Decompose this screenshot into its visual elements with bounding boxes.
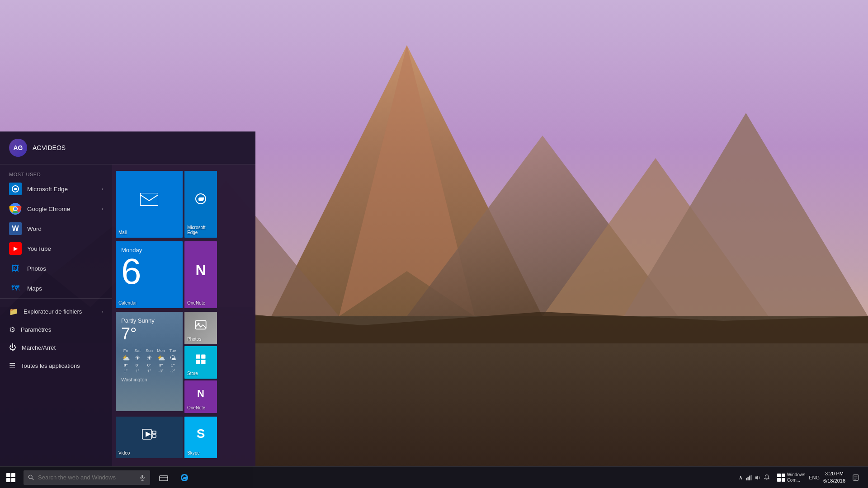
mail-tile[interactable]: Mail [116,171,183,238]
svg-rect-38 [853,474,859,480]
forecast-fri-day: Fri [123,348,128,353]
sidebar-item-youtube[interactable]: ▶ YouTube [0,239,112,258]
forecast-fri-low: 1° [124,369,128,373]
forecast-sat: Sat ☀ 8° 1° [133,348,142,373]
taskbar-edge[interactable] [175,468,194,488]
power-icon: ⏻ [9,343,16,352]
forecast-sun-day: Sun [146,348,153,353]
skype-tile[interactable]: S Skype [184,417,217,458]
forecast-sun: Sun ☀ 8° 1° [145,348,154,373]
weather-tile[interactable]: Partly Sunny 7° Fri ⛅ 8° 1° Sa [116,312,183,411]
svg-rect-16 [140,193,158,206]
language-indicator[interactable]: ENG [809,475,820,480]
mail-tile-label: Mail [118,230,127,235]
notify-area: ∧ [735,474,774,481]
start-button[interactable] [0,467,22,488]
action-center-button[interactable] [849,468,863,488]
photos-icon: 🖼 [9,262,22,275]
forecast-mon-day: Mon [157,348,165,353]
svg-rect-36 [750,474,752,480]
maps-icon: 🗺 [9,282,22,295]
video-tile-label: Video [118,450,130,455]
svg-line-28 [32,478,33,480]
forecast-sun-low: 1° [147,369,151,373]
windows-sub-label: Com... [787,478,806,483]
settings-label: Paramètres [21,326,51,333]
tiles-panel: Mail Microsoft Edge [112,164,255,466]
svg-rect-25 [152,431,156,434]
edge-icon [9,183,22,195]
forecast-tue-low: -2° [170,369,175,373]
sidebar-item-microsoft-edge[interactable]: Microsoft Edge › [0,179,112,199]
svg-rect-26 [152,435,156,437]
microphone-icon[interactable] [139,474,146,481]
user-name: AGVIDEOS [33,144,66,151]
chrome-arrow: › [102,206,103,211]
file-explorer-icon: 📁 [9,307,18,316]
onenote-top-tile[interactable]: N OneNote [184,241,217,308]
store-tile[interactable]: Store [184,346,217,379]
speaker-icon [755,474,761,481]
photos-tile[interactable]: Photos [184,312,217,344]
weather-temp: 7° [121,325,137,343]
windows-label: Windows [787,472,806,478]
taskbar-file-explorer[interactable] [154,468,174,488]
edge-arrow: › [102,187,103,192]
svg-rect-32 [160,476,168,481]
sidebar-item-google-chrome[interactable]: Google Chrome › [0,199,112,219]
forecast-mon-icon: ⛅ [157,354,165,361]
svg-rect-35 [749,475,750,480]
sidebar-item-maps[interactable]: 🗺 Maps [0,278,112,298]
action-center-icon [853,474,859,481]
sidebar-item-word[interactable]: W Word [0,219,112,239]
onenote-bottom-tile[interactable]: N OneNote [184,380,217,413]
most-used-label: Most Used [0,168,112,179]
forecast-fri: Fri ⛅ 8° 1° [121,348,130,373]
file-explorer-arrow: › [102,309,103,314]
forecast-mon: Mon ⛅ 3° -3° [156,348,165,373]
system-clock[interactable]: 3:20 PM 6/18/2016 [823,470,845,484]
word-label: Word [27,225,42,232]
settings-icon: ⚙ [9,325,15,334]
forecast-tue: Tue 🌤 1° -2° [168,348,177,373]
calendar-tile[interactable]: Monday 6 Calendar [116,241,183,308]
forecast-tue-icon: 🌤 [170,354,176,361]
all-apps-item[interactable]: ☰ Toutes les applications [0,357,112,375]
svg-marker-37 [755,475,758,480]
forecast-sat-day: Sat [134,348,141,353]
forecast-sat-low: 1° [136,369,140,373]
forecast-sat-icon: ☀ [135,354,141,361]
windows-corner-icon [777,474,785,482]
weather-condition: Partly Sunny [121,317,155,324]
edge-label: Microsoft Edge [27,186,68,192]
windows-corner-logo: Windows Com... [777,472,806,483]
youtube-label: YouTube [27,245,51,252]
settings-item[interactable]: ⚙ Paramètres [0,320,112,338]
svg-rect-33 [746,478,747,480]
forecast-sun-icon: ☀ [146,354,152,361]
maps-label: Maps [27,285,42,292]
search-input[interactable] [38,474,128,481]
calendar-tile-label: Calendar [118,300,137,305]
start-menu: AG AGVIDEOS Most Used Microsoft Edge [0,131,255,466]
edge-tile[interactable]: Microsoft Edge [184,171,217,238]
forecast-mon-low: -3° [158,369,164,373]
svg-rect-19 [196,355,200,359]
svg-rect-21 [196,360,200,364]
system-tray: ∧ [735,468,868,488]
clock-date: 6/18/2016 [823,478,845,484]
user-avatar: AG [9,139,27,157]
video-tile[interactable]: Video [116,417,183,458]
store-tile-label: Store [187,371,198,376]
network-icon [745,474,752,481]
start-menu-user[interactable]: AG AGVIDEOS [0,131,255,164]
svg-rect-34 [747,477,749,480]
file-explorer-item[interactable]: 📁 Explorateur de fichiers › [0,302,112,320]
sidebar-item-photos[interactable]: 🖼 Photos [0,258,112,278]
forecast-fri-icon: ⛅ [122,354,130,361]
youtube-icon: ▶ [9,242,22,255]
search-bar[interactable] [24,470,150,485]
chevron-up-icon[interactable]: ∧ [739,474,743,481]
power-item[interactable]: ⏻ Marche/Arrêt [0,338,112,357]
svg-marker-24 [146,432,151,437]
